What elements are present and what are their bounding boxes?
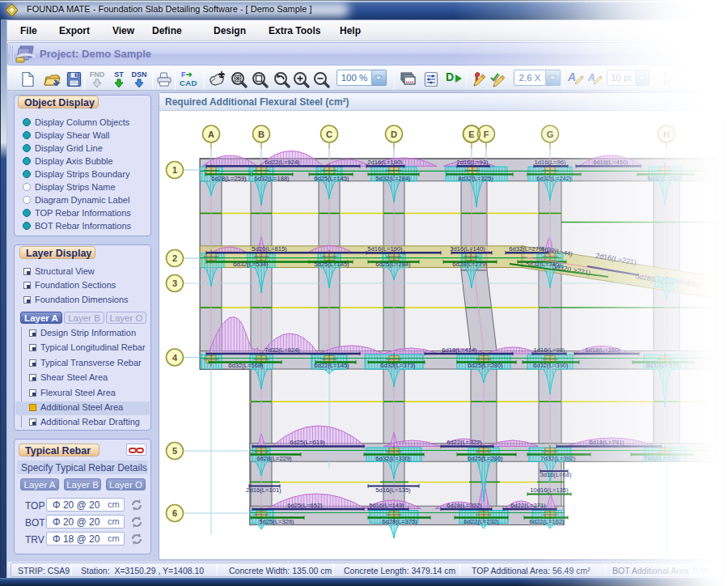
svg-text:6d28(L=259): 6d28(L=259) bbox=[211, 175, 247, 182]
svg-text:3d16(L=68): 3d16(L=68) bbox=[540, 471, 572, 478]
svg-text:6: 6 bbox=[172, 508, 177, 518]
svg-text:6d22(L=232): 6d22(L=232) bbox=[463, 518, 499, 525]
svg-text:6d32(L=534): 6d32(L=534) bbox=[233, 261, 269, 268]
svg-text:6d28(L=322): 6d28(L=322) bbox=[447, 502, 482, 509]
svg-text:E: E bbox=[468, 130, 474, 139]
svg-text:6d25(L=619): 6d25(L=619) bbox=[290, 439, 325, 446]
svg-text:8d32(L=375): 8d32(L=375) bbox=[645, 362, 681, 369]
svg-text:2d16(L=190): 2d16(L=190) bbox=[367, 159, 403, 166]
svg-text:D: D bbox=[391, 130, 397, 139]
svg-text:6d25(L=280): 6d25(L=280) bbox=[468, 455, 503, 462]
svg-text:6d32(L=390): 6d32(L=390) bbox=[533, 362, 569, 369]
svg-text:6d22(L=145): 6d22(L=145) bbox=[314, 362, 349, 369]
svg-text:F: F bbox=[484, 130, 489, 139]
svg-text:5d20(L=815): 5d20(L=815) bbox=[252, 245, 287, 253]
svg-text:5d32(L=284): 5d32(L=284) bbox=[375, 175, 411, 182]
svg-text:4: 4 bbox=[172, 353, 178, 363]
svg-text:5d16(L=190): 5d16(L=190) bbox=[367, 245, 403, 253]
svg-text:7d32(L=392): 7d32(L=392) bbox=[540, 455, 576, 462]
svg-text:6d32(L=188): 6d32(L=188) bbox=[254, 175, 290, 182]
svg-text:7d32(L=924): 7d32(L=924) bbox=[265, 346, 300, 354]
svg-text:6d18(L=791): 6d18(L=791) bbox=[589, 439, 624, 446]
svg-text:5d25(L=326): 5d25(L=326) bbox=[259, 518, 294, 525]
svg-text:6d18(L=350): 6d18(L=350) bbox=[585, 346, 620, 354]
svg-text:6d32(L=276): 6d32(L=276) bbox=[509, 245, 544, 253]
svg-text:B: B bbox=[258, 130, 265, 139]
svg-text:6d22(L=271): 6d22(L=271) bbox=[510, 502, 546, 509]
svg-text:1d16(L=96): 1d16(L=96) bbox=[534, 159, 566, 166]
svg-text:6d32(L=281): 6d32(L=281) bbox=[647, 175, 683, 182]
svg-text:7d32(L=331): 7d32(L=331) bbox=[644, 455, 679, 462]
svg-text:6d32(L=330): 6d32(L=330) bbox=[375, 455, 411, 462]
svg-text:G: G bbox=[547, 130, 554, 139]
svg-text:6d25(L=284): 6d25(L=284) bbox=[375, 261, 411, 268]
svg-text:5d16(L=143): 5d16(L=143) bbox=[369, 502, 404, 509]
svg-text:6d25(L=652): 6d25(L=652) bbox=[287, 502, 323, 509]
svg-text:5d25(L=145): 5d25(L=145) bbox=[314, 261, 349, 268]
svg-text:6d22(L=322): 6d22(L=322) bbox=[447, 439, 482, 446]
svg-text:5d16(L=135): 5d16(L=135) bbox=[375, 486, 411, 494]
svg-text:6d25(L=145): 6d25(L=145) bbox=[314, 175, 349, 182]
svg-text:6d32(L=242): 6d32(L=242) bbox=[536, 175, 572, 182]
svg-text:6d32(L=568): 6d32(L=568) bbox=[228, 362, 264, 369]
svg-text:3d16(L=140): 3d16(L=140) bbox=[450, 245, 485, 253]
svg-text:6d22(L=924): 6d22(L=924) bbox=[265, 159, 300, 166]
svg-text:A: A bbox=[208, 130, 214, 139]
svg-text:2d16(L=101): 2d16(L=101) bbox=[246, 486, 281, 494]
svg-text:6d28(L=229): 6d28(L=229) bbox=[256, 455, 292, 462]
svg-text:5: 5 bbox=[172, 446, 177, 456]
svg-text:2d16(L=93): 2d16(L=93) bbox=[456, 159, 489, 166]
svg-text:1: 1 bbox=[172, 165, 177, 175]
svg-text:8d32(L=325): 8d32(L=325) bbox=[458, 175, 493, 182]
svg-text:6d22(L=162): 6d22(L=162) bbox=[529, 518, 565, 525]
svg-text:6d28(L=279): 6d28(L=279) bbox=[452, 261, 488, 268]
svg-text:6d25(L=280): 6d25(L=280) bbox=[468, 362, 503, 369]
svg-text:10d16(L=135): 10d16(L=135) bbox=[530, 486, 569, 494]
svg-text:6d28(L=375): 6d28(L=375) bbox=[382, 518, 417, 525]
svg-text:6d18(L=450): 6d18(L=450) bbox=[593, 159, 629, 166]
svg-text:C: C bbox=[326, 130, 332, 139]
svg-text:6d32(L=373): 6d32(L=373) bbox=[380, 362, 416, 369]
svg-text:H: H bbox=[663, 130, 670, 139]
svg-text:1d16(L=98): 1d16(L=98) bbox=[533, 346, 565, 354]
svg-text:3: 3 bbox=[172, 278, 177, 288]
svg-text:6d18(L=414): 6d18(L=414) bbox=[442, 346, 477, 354]
svg-text:2: 2 bbox=[172, 253, 177, 263]
